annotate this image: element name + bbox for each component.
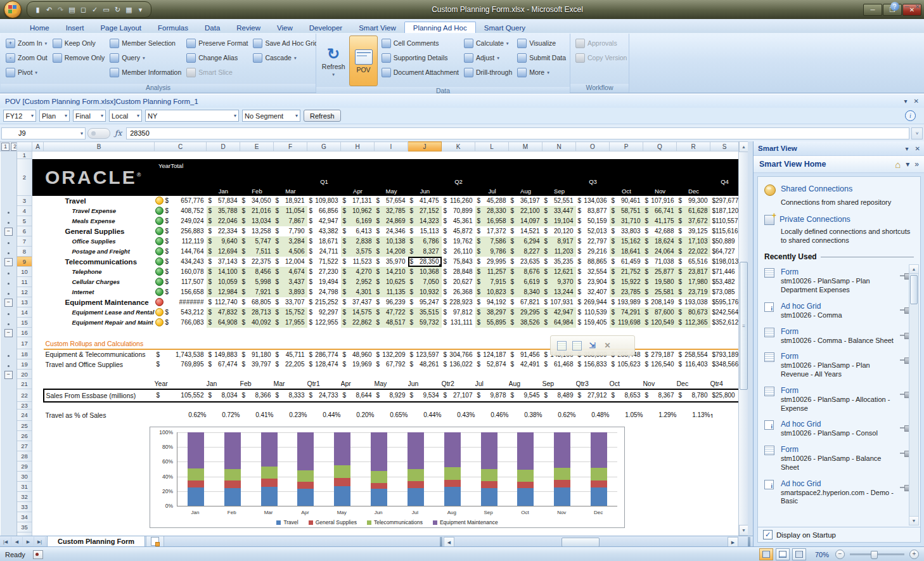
column-header-A[interactable]: A xyxy=(32,142,44,152)
item-type-label[interactable]: Ad hoc Grid xyxy=(781,479,895,488)
cell[interactable]: $96,239 xyxy=(375,297,408,307)
cell[interactable]: $112,119 xyxy=(155,236,207,247)
cell[interactable]: $38,297 xyxy=(475,307,509,318)
cell[interactable]: $22,375 xyxy=(240,257,274,267)
cell[interactable]: $4,506 xyxy=(274,247,307,257)
row-label[interactable]: Office Supplies xyxy=(44,236,155,247)
row-header-21[interactable]: 21 xyxy=(17,379,32,389)
cell[interactable]: $105,552 xyxy=(155,389,207,402)
cell[interactable]: $9,534 xyxy=(408,389,442,402)
cell[interactable]: $55,895 xyxy=(475,318,509,328)
last-sheet-icon[interactable]: ▶| xyxy=(34,537,46,546)
cell[interactable]: $67,821 xyxy=(509,297,542,307)
minimize-workbook-icon[interactable]: ─ xyxy=(905,3,909,10)
cell[interactable]: $71,038 xyxy=(643,257,677,267)
qat-menu-icon[interactable]: ▾ xyxy=(136,5,145,15)
tab-home[interactable]: Home xyxy=(22,22,58,33)
cell[interactable]: $258,554 xyxy=(677,349,710,359)
cell[interactable]: $47,722 xyxy=(375,307,408,318)
cell[interactable]: $22,046 xyxy=(207,216,240,226)
row-header-18[interactable]: 18 xyxy=(17,349,32,359)
cell[interactable]: $42,947 xyxy=(542,307,576,318)
cell[interactable]: $198,013 xyxy=(710,257,739,267)
cell[interactable]: $7,586 xyxy=(475,236,509,247)
cell[interactable]: $97,812 xyxy=(442,307,475,318)
item-type-label[interactable]: Form xyxy=(781,327,895,336)
cell[interactable]: $16,958 xyxy=(475,216,509,226)
cell[interactable]: $48,261 xyxy=(408,359,442,370)
cell[interactable]: $8,456 xyxy=(240,267,274,277)
cell[interactable]: $24,064 xyxy=(643,247,677,257)
cell[interactable]: $14,097 xyxy=(509,216,542,226)
cell[interactable]: $10,932 xyxy=(408,287,442,297)
cell[interactable]: $5,998 xyxy=(240,277,274,287)
cell[interactable]: $35,235 xyxy=(542,257,576,267)
cell[interactable]: $52,013 xyxy=(576,226,610,236)
cell[interactable]: $34,050 xyxy=(240,196,274,206)
cell[interactable]: $26,368 xyxy=(442,287,475,297)
cell[interactable]: $7,915 xyxy=(475,277,509,287)
cell[interactable]: $74,291 xyxy=(610,307,643,318)
column-header-G[interactable]: G xyxy=(307,142,341,152)
cell[interactable]: $24,711 xyxy=(307,247,341,257)
vertical-scroll-thumb[interactable] xyxy=(740,262,748,390)
item-type-label[interactable]: Form xyxy=(781,268,895,276)
cell[interactable]: $18,671 xyxy=(307,236,341,247)
home-icon[interactable]: ⌂ xyxy=(895,159,901,170)
cell[interactable]: $67,792 xyxy=(375,359,408,370)
cell[interactable]: $23,719 xyxy=(677,287,710,297)
outline-collapse-button[interactable]: − xyxy=(4,258,13,266)
cell[interactable]: $12,694 xyxy=(207,247,240,257)
pov-refresh-button[interactable]: Refresh xyxy=(304,110,341,122)
cell[interactable]: $41,175 xyxy=(643,216,677,226)
cell[interactable]: $7,511 xyxy=(240,247,274,257)
sheet-tab-custom-planning-form[interactable]: Custom Planning Form xyxy=(47,536,145,547)
row-label[interactable]: Equipment & Telecommunications xyxy=(44,349,155,359)
cell[interactable]: $39,125 xyxy=(677,226,710,236)
row-header-31[interactable]: 31 xyxy=(17,482,32,492)
cell[interactable]: $38,526 xyxy=(509,318,542,328)
cell[interactable]: $4,301 xyxy=(341,287,375,297)
column-header-B[interactable]: B xyxy=(44,142,155,152)
cell[interactable]: $8,327 xyxy=(408,247,442,257)
table-icon[interactable]: ▦ xyxy=(124,5,134,15)
cell[interactable]: $17,955 xyxy=(274,318,307,328)
cell[interactable]: $37,143 xyxy=(207,257,240,267)
pane-scroll-up-icon[interactable]: ▲ xyxy=(909,265,918,274)
cell[interactable]: $120,549 xyxy=(643,318,677,328)
cell[interactable]: $9,786 xyxy=(475,247,509,257)
cell[interactable]: $8,034 xyxy=(207,389,240,402)
cell[interactable]: $434,243 xyxy=(155,257,207,267)
cell[interactable]: $58,751 xyxy=(610,206,643,216)
cell[interactable]: $8,333 xyxy=(274,389,307,402)
cell[interactable]: $119,698 xyxy=(610,318,643,328)
row-label[interactable]: Travel Expense xyxy=(44,206,155,216)
row-header-17[interactable]: 17 xyxy=(17,337,32,349)
cell[interactable]: $6,786 xyxy=(408,236,442,247)
cell[interactable]: $124,187 xyxy=(475,349,509,359)
pane-scroll-down-icon[interactable]: ▼ xyxy=(909,516,918,525)
cell[interactable]: $8,340 xyxy=(509,287,542,297)
cell[interactable]: $12,004 xyxy=(274,257,307,267)
column-header-D[interactable]: D xyxy=(207,142,240,152)
row-label[interactable]: Meals Expense xyxy=(44,216,155,226)
cell[interactable]: $22,100 xyxy=(509,206,542,216)
cell[interactable]: $23,817 xyxy=(677,267,710,277)
cell[interactable]: $15,113 xyxy=(408,226,442,236)
pov-dimension-fy12[interactable]: FY12▾ xyxy=(3,110,36,122)
sheet-icon[interactable] xyxy=(557,341,567,351)
cell[interactable]: 0.38% xyxy=(509,409,542,421)
cell[interactable]: $39,797 xyxy=(240,359,274,370)
cell[interactable]: $9,370 xyxy=(542,277,576,287)
pov-collapse-icon[interactable]: ▾ xyxy=(904,98,908,105)
cell[interactable]: $9,545 xyxy=(509,389,542,402)
cell[interactable]: 0.44% xyxy=(307,409,341,421)
home-dropdown-icon[interactable]: ▾ xyxy=(906,160,909,169)
outline-collapse-button[interactable]: − xyxy=(4,228,13,236)
cell[interactable]: 0.62% xyxy=(155,409,207,421)
cell[interactable]: $9,640 xyxy=(207,236,240,247)
cell[interactable]: $42,947 xyxy=(307,216,341,226)
row-label[interactable]: Travel and Office Supplies xyxy=(44,359,155,370)
cell[interactable]: 1.29% xyxy=(643,409,677,421)
outline-level-1-button[interactable]: 1 xyxy=(1,143,10,151)
